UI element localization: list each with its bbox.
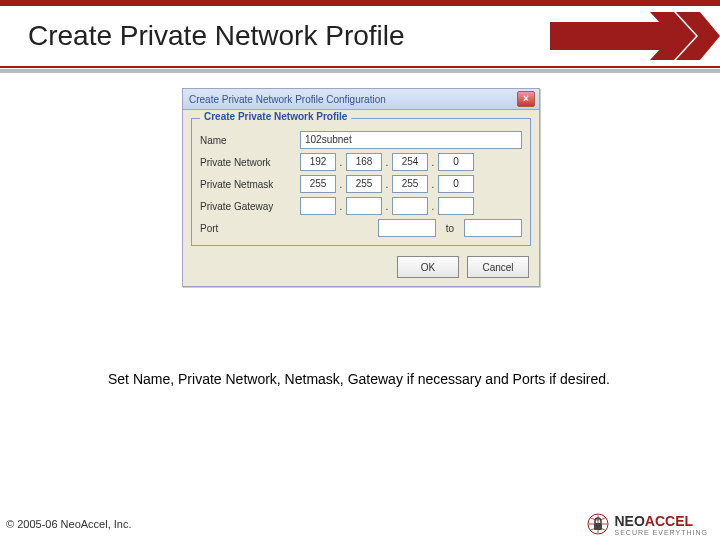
logo-neo: NEO	[615, 513, 645, 529]
ip-octet[interactable]	[346, 197, 382, 215]
row-private-netmask: Private Netmask 255. 255. 255. 0	[200, 175, 522, 193]
neoaccel-logo: NEOACCEL SECURE EVERYTHING	[587, 513, 709, 536]
dialog-title: Create Private Network Profile Configura…	[189, 94, 386, 105]
slide-footer: © 2005-06 NeoAccel, Inc. NEOACCEL SECURE…	[0, 512, 720, 540]
svg-rect-3	[594, 523, 602, 530]
logo-accel: ACCEL	[645, 513, 693, 529]
private-netmask-input[interactable]: 255. 255. 255. 0	[300, 175, 474, 193]
label-private-gateway: Private Gateway	[200, 201, 300, 212]
lock-globe-icon	[587, 513, 609, 535]
private-network-input[interactable]: 192. 168. 254. 0	[300, 153, 474, 171]
ip-octet[interactable]: 0	[438, 153, 474, 171]
port-to-label: to	[446, 223, 454, 234]
label-private-network: Private Network	[200, 157, 300, 168]
row-private-gateway: Private Gateway . . .	[200, 197, 522, 215]
label-private-netmask: Private Netmask	[200, 179, 300, 190]
ok-button[interactable]: OK	[397, 256, 459, 278]
profile-group: Create Private Network Profile Name 102s…	[191, 118, 531, 246]
private-gateway-input[interactable]: . . .	[300, 197, 474, 215]
row-port: Port to	[200, 219, 522, 237]
slide-caption: Set Name, Private Network, Netmask, Gate…	[108, 370, 648, 388]
ip-octet[interactable]: 255	[300, 175, 336, 193]
copyright-text: © 2005-06 NeoAccel, Inc.	[6, 518, 132, 530]
port-to-input[interactable]	[464, 219, 522, 237]
ip-octet[interactable]	[300, 197, 336, 215]
cancel-button[interactable]: Cancel	[467, 256, 529, 278]
label-name: Name	[200, 135, 300, 146]
group-legend: Create Private Network Profile	[200, 111, 351, 122]
slide-header: Create Private Network Profile	[0, 0, 720, 76]
ip-octet[interactable]: 168	[346, 153, 382, 171]
dialog-button-bar: OK Cancel	[183, 250, 539, 286]
ip-octet[interactable]: 192	[300, 153, 336, 171]
ip-octet[interactable]: 254	[392, 153, 428, 171]
name-input[interactable]: 102subnet	[300, 131, 522, 149]
logo-tagline: SECURE EVERYTHING	[615, 529, 709, 536]
ip-octet[interactable]	[392, 197, 428, 215]
slide-title: Create Private Network Profile	[28, 20, 405, 52]
close-icon[interactable]: ×	[517, 91, 535, 107]
ip-octet[interactable]: 0	[438, 175, 474, 193]
label-port: Port	[200, 223, 300, 234]
ip-octet[interactable]	[438, 197, 474, 215]
header-accent	[550, 12, 720, 60]
ip-octet[interactable]: 255	[392, 175, 428, 193]
row-private-network: Private Network 192. 168. 254. 0	[200, 153, 522, 171]
ip-octet[interactable]: 255	[346, 175, 382, 193]
port-from-input[interactable]	[378, 219, 436, 237]
chevron-icon	[650, 12, 720, 60]
dialog-titlebar[interactable]: Create Private Network Profile Configura…	[183, 89, 539, 110]
row-name: Name 102subnet	[200, 131, 522, 149]
config-dialog: Create Private Network Profile Configura…	[182, 88, 540, 287]
